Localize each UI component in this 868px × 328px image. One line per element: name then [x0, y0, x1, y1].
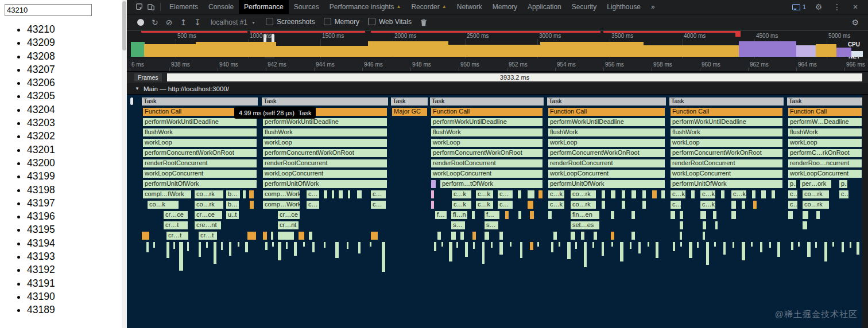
flame-chart[interactable]: 4.99 ms (self 28 µs) Task @稀土掘金技术社区 Task…: [127, 95, 868, 328]
flame-entry[interactable]: [431, 190, 435, 199]
delete-profile-icon[interactable]: [420, 19, 427, 26]
flame-entry[interactable]: [370, 231, 378, 240]
flame-entry[interactable]: [567, 241, 571, 260]
flame-entry[interactable]: s…: [451, 221, 466, 230]
flame-entry[interactable]: [642, 200, 646, 209]
flame-entry[interactable]: [760, 241, 763, 253]
main-track-header[interactable]: ▼ Main — http://localhost:3000/: [127, 83, 868, 95]
flame-entry[interactable]: perform…tOfWork: [440, 179, 543, 189]
flame-entry[interactable]: [714, 241, 716, 247]
flame-entry[interactable]: [237, 241, 240, 247]
flame-entry[interactable]: [750, 241, 753, 247]
flame-entry[interactable]: [551, 241, 554, 253]
load-profile-icon[interactable]: ↥: [180, 18, 187, 27]
checkbox-web-vitals[interactable]: Web Vitals: [368, 18, 412, 26]
flame-entry[interactable]: [338, 190, 343, 199]
checkbox-memory[interactable]: Memory: [324, 18, 359, 26]
flame-entry[interactable]: [732, 241, 735, 248]
flame-entry[interactable]: [672, 241, 676, 252]
flame-entry[interactable]: [298, 231, 305, 240]
flame-entry[interactable]: performW…Deadline: [788, 118, 862, 127]
tab-performance-insights[interactable]: Performance insights▲: [324, 0, 406, 14]
flame-entry[interactable]: [797, 241, 800, 247]
flame-entry[interactable]: cr…ce: [277, 210, 300, 220]
flame-entry[interactable]: [538, 190, 543, 199]
flame-entry[interactable]: [277, 231, 294, 240]
flame-entry[interactable]: Function Call: [548, 107, 665, 116]
flame-entry[interactable]: [520, 241, 523, 259]
flame-entry[interactable]: fi…n: [451, 210, 468, 220]
flame-entry[interactable]: flushWork: [548, 128, 665, 137]
flame-entry[interactable]: [824, 241, 828, 262]
flame-entry[interactable]: [285, 241, 288, 249]
flame-entry[interactable]: workLoopConcurrent: [670, 169, 783, 178]
reload-and-record-icon[interactable]: ↻: [152, 18, 158, 27]
flame-entry[interactable]: [529, 241, 534, 251]
flame-entry[interactable]: flushWork: [431, 128, 543, 137]
flame-entry[interactable]: [331, 190, 335, 199]
flame-entry[interactable]: renderRootConcurrent: [548, 159, 665, 168]
flame-entry[interactable]: [529, 210, 534, 220]
timeline-overview[interactable]: CPU NET 500 ms1000 ms1500 ms2000 ms2500 …: [127, 31, 868, 58]
flame-entry[interactable]: workLoop: [788, 138, 862, 147]
flame-entry[interactable]: [347, 190, 351, 199]
flame-entry[interactable]: [592, 241, 595, 248]
flame-entry[interactable]: [323, 190, 328, 199]
flame-entry[interactable]: workLoopConcurrent: [788, 169, 862, 178]
flame-entry[interactable]: [723, 241, 726, 255]
page-scrollbar-thumb[interactable]: [122, 1, 126, 50]
flame-entry[interactable]: c…k: [731, 190, 747, 199]
flame-entry[interactable]: [802, 210, 809, 220]
flame-entry[interactable]: [601, 200, 606, 209]
flame-entry[interactable]: performWorkUntilDeadline: [548, 118, 665, 127]
tab-elements[interactable]: Elements: [164, 0, 203, 14]
flame-entry[interactable]: [537, 241, 540, 247]
flame-entry[interactable]: flushWork: [142, 128, 257, 137]
flame-entry[interactable]: b…: [226, 190, 241, 199]
flame-entry[interactable]: [456, 241, 459, 248]
flame-entry[interactable]: cr…t: [198, 231, 218, 240]
flame-entry[interactable]: renderRootConcurrent: [670, 159, 783, 168]
flame-entry[interactable]: c…: [306, 200, 320, 209]
flame-entry[interactable]: [272, 241, 274, 247]
flame-entry[interactable]: [312, 241, 315, 253]
flame-entry[interactable]: [323, 241, 326, 248]
flame-entry[interactable]: s…: [484, 221, 499, 230]
flame-entry[interactable]: c…: [370, 190, 386, 199]
flame-entry[interactable]: b…: [226, 200, 239, 209]
flame-entry[interactable]: [679, 231, 683, 240]
close-devtools-icon[interactable]: ×: [850, 1, 861, 13]
flame-entry[interactable]: cr…ce: [194, 210, 223, 220]
flame-entry[interactable]: c…: [497, 190, 513, 199]
flame-entry[interactable]: c…k: [475, 190, 494, 199]
flame-entry[interactable]: Function Call: [788, 107, 862, 116]
flame-entry[interactable]: [771, 190, 776, 199]
flame-entry[interactable]: c…k: [700, 190, 716, 199]
checkbox-box[interactable]: [368, 18, 375, 25]
flame-entry[interactable]: performUnitOfWork: [142, 179, 257, 189]
flame-entry[interactable]: performUnitOfWork: [548, 179, 665, 189]
flame-entry[interactable]: f…: [435, 210, 447, 220]
flame-entry[interactable]: [369, 241, 372, 247]
flame-entry[interactable]: [206, 241, 208, 248]
flame-entry[interactable]: renderRootConcurrent: [431, 159, 543, 168]
task-bar[interactable]: Task: [429, 97, 544, 106]
flame-entry[interactable]: [187, 241, 189, 252]
task-bar[interactable]: Task: [669, 97, 784, 106]
flame-entry[interactable]: performWorkUntilDeadline: [142, 118, 257, 127]
flame-entry[interactable]: c…k: [475, 200, 494, 209]
flame-entry[interactable]: [652, 190, 657, 199]
flame-entry[interactable]: [242, 190, 246, 199]
record-icon[interactable]: [137, 19, 144, 26]
flame-entry[interactable]: [679, 210, 684, 220]
flame-entry[interactable]: c…k: [451, 200, 472, 209]
flame-entry[interactable]: [265, 241, 268, 251]
flame-entry[interactable]: [601, 241, 604, 256]
flame-entry[interactable]: [173, 241, 176, 249]
flame-entry[interactable]: flushWork: [788, 128, 862, 137]
clear-icon[interactable]: ⊘: [166, 18, 173, 27]
flame-entry[interactable]: comp…Work: [262, 190, 300, 199]
flame-entry[interactable]: c…: [839, 190, 849, 199]
flame-entry[interactable]: [213, 241, 217, 264]
flame-entry[interactable]: [527, 190, 535, 199]
